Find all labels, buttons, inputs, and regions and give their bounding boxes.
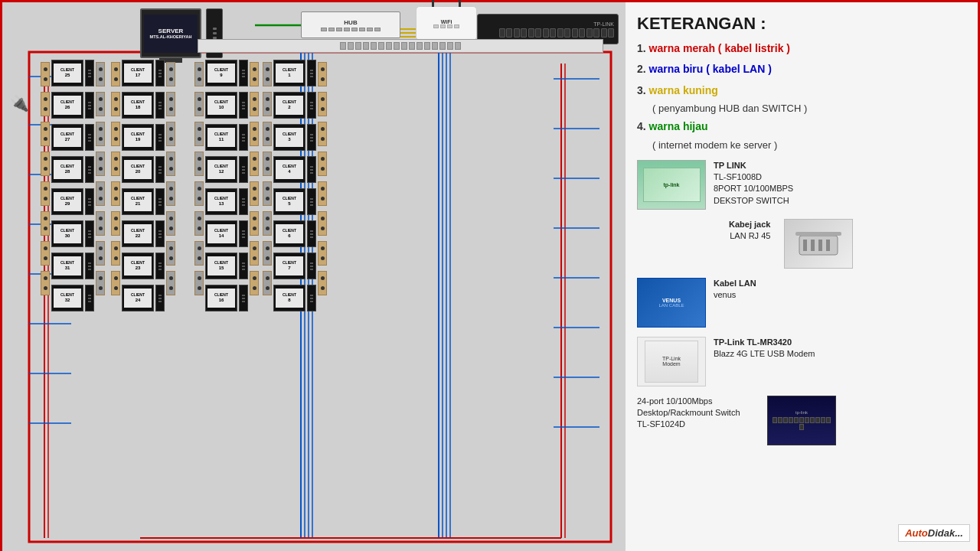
client-screen: CLIENT 26 <box>54 96 81 115</box>
patch-col-2 <box>166 60 175 549</box>
tower-light <box>158 204 162 206</box>
product-rj45: Kabej jack LAN RJ 45 <box>729 219 966 269</box>
legend-text-1: warna merah ( kabel listrik ) <box>649 42 790 54</box>
client-monitor: CLIENT 7 <box>273 253 305 279</box>
client-screen: CLIENT 13 <box>207 192 235 211</box>
patch-unit <box>194 181 204 206</box>
client-screen: CLIENT 27 <box>54 128 81 147</box>
tower-light <box>242 102 245 103</box>
power-unit <box>111 122 120 146</box>
product-info-5: 24-port 10/100Mbps Desktop/Rackmount Swi… <box>637 396 760 431</box>
client-tower <box>307 60 316 86</box>
product-img-4: TP-LinkModem <box>637 337 706 386</box>
patch-unit <box>263 241 272 266</box>
client-screen: CLIENT 11 <box>207 128 235 147</box>
power-unit <box>41 92 50 116</box>
server-label2: MTS.AL-KHOERIYAH <box>150 34 192 39</box>
patch-unit <box>263 62 272 86</box>
tower-light <box>310 230 313 232</box>
tower-light <box>158 73 162 74</box>
client-monitor: CLIENT 22 <box>122 220 154 247</box>
legend-item-4: 4. warna hijau <box>637 118 966 135</box>
patch-unit <box>96 92 105 116</box>
legend-item-1: 1. warna merah ( kabel listrik ) <box>637 40 966 57</box>
client-unit-8: CLIENT 8 <box>273 285 316 311</box>
legend-num-4: 4. <box>637 120 646 132</box>
power-unit <box>250 152 259 176</box>
legend-title: KETERANGAN : <box>637 14 966 34</box>
client-screen: CLIENT 20 <box>124 160 152 179</box>
client-tower <box>239 92 248 119</box>
patch-unit <box>194 211 204 236</box>
power-col-2 <box>111 60 120 549</box>
client-monitor: CLIENT 9 <box>205 60 237 86</box>
client-monitor: CLIENT 13 <box>205 188 237 215</box>
tower-light <box>310 140 313 142</box>
client-tower <box>85 60 94 86</box>
patch-unit <box>263 181 272 206</box>
client-tower <box>307 253 316 279</box>
client-tower <box>155 285 165 311</box>
legend-sub-4: ( internet modem ke server ) <box>652 139 966 151</box>
tower-light <box>158 266 162 267</box>
product-img-5: tp-link <box>767 396 836 445</box>
col4-group: CLIENT 1 CLIENT 2 <box>263 60 327 549</box>
antenna-left <box>432 0 434 7</box>
client-unit-18: CLIENT 18 <box>122 92 165 119</box>
product-modem: TP-LinkModem TP-Link TL-MR3420 Blazz 4G … <box>637 337 966 386</box>
legend-text-2: warna biru ( kabel LAN ) <box>649 63 772 75</box>
patch-unit <box>166 122 175 146</box>
power-unit <box>318 181 327 206</box>
tower-light <box>310 233 313 235</box>
client-tower <box>155 188 165 215</box>
client-screen: CLIENT 15 <box>207 256 235 276</box>
product-img-3: VENUS LAN CABLE <box>637 278 706 328</box>
client-screen: CLIENT 25 <box>54 64 81 83</box>
col3-group: CLIENT 9 CLIENT 10 <box>194 60 259 549</box>
client-tower <box>239 156 248 183</box>
tower-light <box>88 266 91 267</box>
main-container: SERVER MTS.AL-KHOERIYAH 🔌 HUB <box>0 0 980 551</box>
svg-rect-40 <box>795 232 841 236</box>
patch-unit <box>96 181 105 206</box>
client-monitor: CLIENT 14 <box>205 220 237 247</box>
tower-light <box>158 134 162 135</box>
legend-text-4: warna hijau <box>649 120 708 132</box>
client-monitor: CLIENT 25 <box>51 60 83 86</box>
client-monitor: CLIENT 15 <box>205 253 237 279</box>
network-area: SERVER MTS.AL-KHOERIYAH 🔌 HUB <box>2 2 630 551</box>
client-screen: CLIENT 32 <box>54 289 81 308</box>
tower-light <box>88 233 91 235</box>
client-tower <box>155 124 165 151</box>
product-img-1: tp-link <box>637 160 706 210</box>
tower-light <box>88 201 91 203</box>
power-unit <box>250 241 259 266</box>
clients-col-2: CLIENT 17 CLIENT 18 <box>122 60 165 549</box>
tower-light <box>88 134 91 135</box>
tower-light <box>310 266 313 267</box>
patch-unit <box>166 271 175 295</box>
tower-light <box>88 262 91 264</box>
power-unit <box>41 62 50 86</box>
tower-light <box>242 295 245 296</box>
patch-unit <box>96 62 105 86</box>
client-unit-1: CLIENT 1 <box>273 60 316 86</box>
legend-item-2: 2. warna biru ( kabel LAN ) <box>637 60 966 77</box>
power-unit <box>41 211 50 236</box>
tower-light <box>242 169 245 171</box>
clients-col-3: CLIENT 9 CLIENT 10 <box>205 60 248 549</box>
patch-unit <box>166 152 175 176</box>
client-tower <box>155 156 165 183</box>
client-unit-30: CLIENT 30 <box>51 220 94 247</box>
tower-light <box>310 134 313 135</box>
patch-unit <box>96 152 105 176</box>
tower-light <box>310 108 313 109</box>
power-unit <box>318 92 327 116</box>
power-unit <box>41 152 50 176</box>
client-unit-15: CLIENT 15 <box>205 253 248 279</box>
tower-light <box>242 233 245 235</box>
client-unit-17: CLIENT 17 <box>122 60 165 86</box>
power-unit <box>318 271 327 295</box>
tower-light <box>158 295 162 296</box>
server-label1: SERVER <box>158 28 184 34</box>
